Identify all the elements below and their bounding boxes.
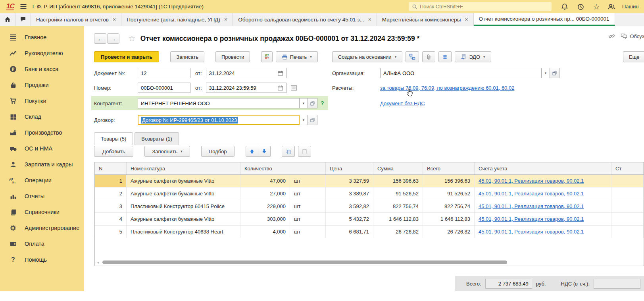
open-contract-icon[interactable] bbox=[308, 115, 317, 125]
save-button[interactable]: Записать bbox=[170, 51, 204, 62]
accounts-link[interactable]: 45.01, 90.01.1, Реализация товаров, 90.0… bbox=[479, 203, 584, 209]
scrollbar-thumb[interactable] bbox=[102, 260, 507, 264]
copy-rows-button[interactable] bbox=[282, 146, 295, 157]
attachments-button[interactable] bbox=[422, 51, 435, 62]
col-price[interactable]: Цена bbox=[326, 162, 373, 174]
parts-tab[interactable]: Товары (5) bbox=[94, 132, 133, 145]
pick-button[interactable]: Подбор bbox=[201, 146, 235, 157]
window-tab[interactable]: Отчет комиссионера о розничных пр... 00Б… bbox=[474, 13, 615, 26]
search-input[interactable] bbox=[420, 4, 539, 10]
edo-button[interactable]: ЭДО ▾ bbox=[455, 51, 491, 62]
accounts-link[interactable]: 45.01, 90.01.1, Реализация товаров, 90.0… bbox=[479, 229, 584, 235]
col-n[interactable]: N bbox=[95, 162, 127, 174]
sidebar-item[interactable]: Продажи bbox=[0, 77, 84, 93]
print-button[interactable]: Печать ▾ bbox=[276, 51, 318, 62]
table-row[interactable]: 3 Пластиковый Конструктор 60415 Police 2… bbox=[95, 200, 644, 213]
global-search[interactable] bbox=[409, 2, 552, 11]
sidebar-item[interactable]: Справочники bbox=[0, 204, 84, 220]
calendar-icon[interactable] bbox=[277, 70, 283, 76]
fill-button[interactable]: Заполнить ▾ bbox=[144, 146, 190, 157]
parts-tab[interactable]: Возвраты (1) bbox=[135, 132, 179, 145]
chevron-down-icon[interactable]: ▾ bbox=[542, 68, 550, 78]
sidebar-item[interactable]: ОС и НМА bbox=[0, 141, 84, 156]
sidebar-item[interactable]: Производство bbox=[0, 125, 84, 141]
create-based-on-button[interactable]: Создать на основании ▾ bbox=[332, 51, 402, 62]
settlements-link[interactable]: за товары 76.09, 76.09, по вознаграждени… bbox=[380, 85, 514, 91]
col-total[interactable]: Всего bbox=[423, 162, 475, 174]
chevron-down-icon[interactable]: ▾ bbox=[300, 98, 308, 108]
sidebar-item[interactable]: ДтКт Операции bbox=[0, 172, 84, 188]
home-button[interactable] bbox=[0, 13, 15, 26]
notifications-bell-icon[interactable] bbox=[559, 2, 570, 11]
show-postings-button[interactable]: ДтКт bbox=[261, 51, 272, 62]
related-documents-button[interactable] bbox=[406, 51, 419, 62]
col-nomenclature[interactable]: Номенклатура bbox=[127, 162, 240, 174]
sidebar-item[interactable]: ? Помощь bbox=[0, 252, 84, 268]
paste-rows-button[interactable] bbox=[298, 146, 311, 157]
sidebar-item[interactable]: Руководителю bbox=[0, 45, 84, 61]
open-contractor-icon[interactable] bbox=[308, 98, 317, 108]
close-icon[interactable]: × bbox=[224, 16, 227, 23]
sidebar-item[interactable]: Отчеты bbox=[0, 188, 84, 204]
forward-button[interactable]: → bbox=[107, 33, 119, 44]
datetime-input[interactable]: 31.12.2024 23:59:59 bbox=[206, 83, 286, 93]
doc-date-input[interactable]: 31.12.2024 bbox=[206, 68, 286, 78]
add-row-button[interactable]: Добавить bbox=[94, 146, 133, 157]
post-and-close-button[interactable]: Провести и закрыть bbox=[94, 51, 159, 62]
organization-input[interactable]: АЛЬФА ООО bbox=[380, 68, 542, 78]
close-icon[interactable]: × bbox=[113, 16, 116, 23]
sidebar-item[interactable]: Оплата bbox=[0, 236, 84, 252]
move-up-button[interactable] bbox=[246, 146, 258, 157]
favorite-star-icon[interactable]: ☆ bbox=[128, 34, 136, 43]
table-row[interactable]: 2 Ажурные салфетки бумажные Vitto 27,000… bbox=[95, 187, 644, 200]
chevron-down-icon[interactable]: ▾ bbox=[300, 115, 308, 125]
close-icon[interactable]: × bbox=[465, 16, 468, 23]
no-vat-link[interactable]: Документ без НДС bbox=[380, 100, 425, 106]
col-sum[interactable]: Сумма bbox=[373, 162, 423, 174]
sidebar-item[interactable]: Администрирование bbox=[0, 220, 84, 236]
post-button[interactable]: Провести bbox=[215, 51, 250, 62]
get-link-icon[interactable] bbox=[608, 33, 615, 40]
table-row[interactable]: 4 Ажурные салфетки бумажные Vitto 303,00… bbox=[95, 213, 644, 226]
sidebar-item[interactable]: Покупки bbox=[0, 93, 84, 109]
open-organization-icon[interactable] bbox=[550, 68, 559, 78]
table-row[interactable]: 1 Ажурные салфетки бумажные Vitto 47,000… bbox=[95, 175, 644, 187]
list-select-icon[interactable] bbox=[290, 85, 297, 91]
close-icon[interactable]: × bbox=[368, 16, 371, 23]
registers-button[interactable] bbox=[438, 51, 452, 62]
sidebar-item[interactable]: ₽ Банк и касса bbox=[0, 61, 84, 77]
number-input[interactable]: 00БО-000001 bbox=[138, 83, 190, 93]
doc-no-input[interactable]: 12 bbox=[138, 68, 190, 78]
sidebar-item[interactable]: Склад bbox=[0, 109, 84, 125]
col-accounts[interactable]: Счета учета bbox=[475, 162, 611, 174]
favorites-star-icon[interactable]: ☆ bbox=[591, 2, 602, 11]
contract-input[interactable]: Договор № ИР-299465/23 от 01.10.2023 bbox=[138, 115, 300, 125]
window-tab[interactable]: Поступление (акты, накладные, УПД) × bbox=[121, 13, 233, 26]
scroll-left-icon[interactable]: ◂ bbox=[95, 260, 101, 264]
contractor-input[interactable]: ИНТЕРНЕТ РЕШЕНИЯ ООО bbox=[138, 98, 300, 108]
back-button[interactable]: ← bbox=[94, 33, 106, 44]
move-down-button[interactable] bbox=[258, 146, 271, 157]
col-quantity[interactable]: Количество bbox=[240, 162, 326, 174]
current-user[interactable]: Пашин bbox=[622, 4, 638, 10]
table-row[interactable]: 5 Пластиковый Конструктор 40638 Heart 4,… bbox=[95, 226, 644, 238]
window-tab[interactable]: Оборотно-сальдовая ведомость по счету 45… bbox=[233, 13, 377, 26]
accounts-link[interactable]: 45.01, 90.01.1, Реализация товаров, 90.0… bbox=[479, 178, 584, 184]
more-button[interactable]: Еще bbox=[623, 51, 644, 62]
accounts-link[interactable]: 45.01, 90.01.1, Реализация товаров, 90.0… bbox=[479, 191, 584, 197]
window-tab[interactable]: Маркетплейсы и комиссионеры × bbox=[377, 13, 474, 26]
accounts-link[interactable]: 45.01, 90.01.1, Реализация товаров, 90.0… bbox=[479, 216, 584, 222]
users-icon[interactable] bbox=[606, 2, 617, 11]
1c-logo[interactable]: 1С bbox=[6, 3, 14, 11]
horizontal-scrollbar[interactable]: ◂ bbox=[95, 260, 643, 264]
contractor-help-icon[interactable]: ? bbox=[321, 100, 324, 106]
sidebar-item[interactable]: Зарплата и кадры bbox=[0, 156, 84, 172]
discussions-link[interactable]: Обсуждения bbox=[621, 33, 644, 39]
calendar-icon[interactable] bbox=[277, 85, 283, 91]
history-icon[interactable] bbox=[575, 2, 586, 11]
sidebar-item[interactable]: Главное bbox=[0, 29, 84, 45]
col-clipped[interactable]: Ст bbox=[611, 162, 644, 174]
discussions-button[interactable] bbox=[15, 13, 31, 26]
main-menu-icon[interactable] bbox=[20, 4, 27, 10]
window-tab[interactable]: Настройки налогов и отчетов × bbox=[31, 13, 121, 26]
